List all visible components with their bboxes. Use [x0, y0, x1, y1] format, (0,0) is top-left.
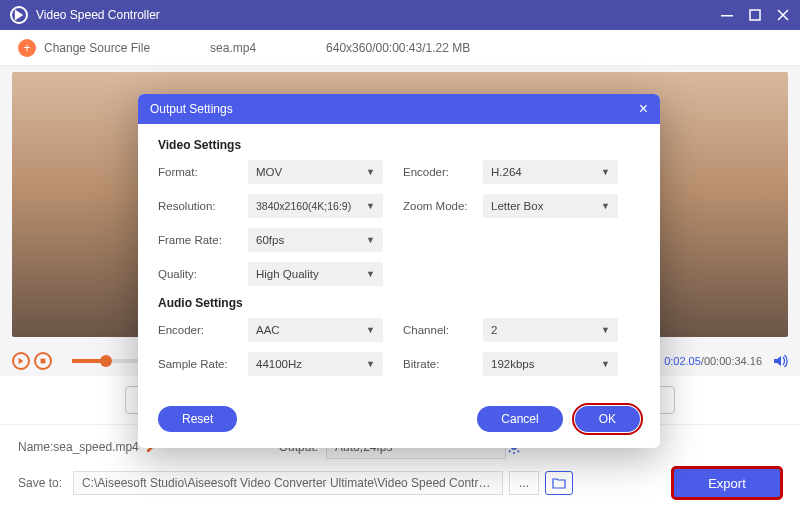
dialog-header: Output Settings × — [138, 94, 660, 124]
play-button[interactable] — [12, 352, 30, 370]
chevron-down-icon: ▼ — [601, 167, 610, 177]
audio-encoder-select[interactable]: AAC▼ — [248, 318, 383, 342]
app-logo-icon — [10, 6, 28, 24]
video-encoder-select[interactable]: H.264▼ — [483, 160, 618, 184]
export-button[interactable]: Export — [672, 467, 782, 499]
browse-button[interactable]: ... — [509, 471, 539, 495]
audio-encoder-label: Encoder: — [158, 324, 248, 336]
maximize-button[interactable] — [748, 8, 762, 22]
source-toolbar: + Change Source File sea.mp4 640x360/00:… — [0, 30, 800, 66]
plus-icon: + — [18, 39, 36, 57]
stop-button[interactable] — [34, 352, 52, 370]
output-name: sea_speed.mp4 — [53, 440, 138, 454]
reset-button[interactable]: Reset — [158, 406, 237, 432]
frame-rate-label: Frame Rate: — [158, 234, 248, 246]
chevron-down-icon: ▼ — [366, 201, 375, 211]
svg-rect-2 — [41, 359, 46, 364]
volume-icon[interactable] — [772, 353, 788, 369]
resolution-label: Resolution: — [158, 200, 248, 212]
chevron-down-icon: ▼ — [601, 325, 610, 335]
dialog-title: Output Settings — [150, 102, 639, 116]
source-fileinfo: 640x360/00:00:43/1.22 MB — [326, 41, 470, 55]
frame-rate-select[interactable]: 60fps▼ — [248, 228, 383, 252]
zoom-mode-label: Zoom Mode: — [403, 200, 483, 212]
quality-select[interactable]: High Quality▼ — [248, 262, 383, 286]
zoom-mode-select[interactable]: Letter Box▼ — [483, 194, 618, 218]
video-settings-heading: Video Settings — [158, 138, 640, 152]
chevron-down-icon: ▼ — [601, 359, 610, 369]
minimize-button[interactable] — [720, 8, 734, 22]
ok-button[interactable]: OK — [575, 406, 640, 432]
dialog-close-icon[interactable]: × — [639, 100, 648, 118]
channel-select[interactable]: 2▼ — [483, 318, 618, 342]
sample-rate-select[interactable]: 44100Hz▼ — [248, 352, 383, 376]
svg-rect-1 — [750, 10, 760, 20]
chevron-down-icon: ▼ — [366, 235, 375, 245]
app-title: Video Speed Controller — [36, 8, 720, 22]
bitrate-select[interactable]: 192kbps▼ — [483, 352, 618, 376]
format-select[interactable]: MOV▼ — [248, 160, 383, 184]
output-settings-dialog: Output Settings × Video Settings Format:… — [138, 94, 660, 448]
bitrate-label: Bitrate: — [403, 358, 483, 370]
chevron-down-icon: ▼ — [366, 359, 375, 369]
quality-label: Quality: — [158, 268, 248, 280]
format-label: Format: — [158, 166, 248, 178]
audio-settings-heading: Audio Settings — [158, 296, 640, 310]
encoder-label: Encoder: — [403, 166, 483, 178]
chevron-down-icon: ▼ — [366, 167, 375, 177]
saveto-path-input[interactable]: C:\Aiseesoft Studio\Aiseesoft Video Conv… — [73, 471, 503, 495]
playback-time: 0:02.05/00:00:34.16 — [664, 355, 762, 367]
seek-thumb[interactable] — [100, 355, 112, 367]
chevron-down-icon: ▼ — [601, 201, 610, 211]
svg-rect-0 — [721, 15, 733, 17]
sample-rate-label: Sample Rate: — [158, 358, 248, 370]
close-button[interactable] — [776, 8, 790, 22]
open-folder-icon[interactable] — [545, 471, 573, 495]
change-source-label: Change Source File — [44, 41, 150, 55]
resolution-select[interactable]: 3840x2160(4K;16:9)▼ — [248, 194, 383, 218]
dialog-footer: Reset Cancel OK — [138, 396, 660, 448]
titlebar: Video Speed Controller — [0, 0, 800, 30]
chevron-down-icon: ▼ — [366, 325, 375, 335]
chevron-down-icon: ▼ — [366, 269, 375, 279]
name-label: Name: — [18, 440, 53, 454]
change-source-button[interactable]: + Change Source File — [18, 39, 150, 57]
source-filename: sea.mp4 — [210, 41, 256, 55]
cancel-button[interactable]: Cancel — [477, 406, 562, 432]
saveto-label: Save to: — [18, 476, 73, 490]
channel-label: Channel: — [403, 324, 483, 336]
